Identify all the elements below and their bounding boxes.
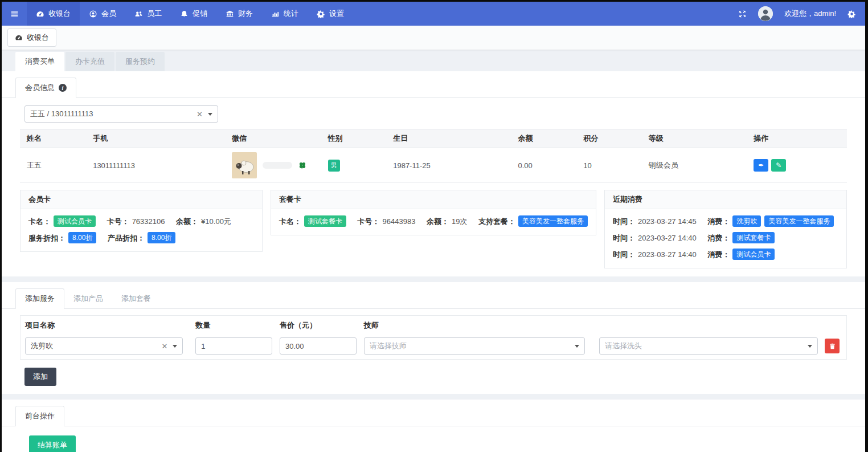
item-select[interactable]: 洗剪吹 ✕ xyxy=(25,337,183,355)
tachometer-icon xyxy=(36,10,44,18)
col-name: 姓名 xyxy=(20,129,86,148)
chevron-down-icon xyxy=(808,345,812,348)
service-form: 项目名称 数量 售价（元） 技师 洗剪吹 ✕ 请选择 xyxy=(20,315,847,360)
tab-add-package[interactable]: 添加套餐 xyxy=(112,289,160,308)
gear-icon[interactable] xyxy=(847,10,856,18)
package-balance: 19次 xyxy=(452,217,467,226)
edit-card-button[interactable]: ✎ xyxy=(771,159,786,172)
cell-level: 铜级会员 xyxy=(642,148,747,183)
nav-item-members[interactable]: 会员 xyxy=(80,2,125,26)
consume-badge: 测试套餐卡 xyxy=(732,232,775,243)
col-birthday: 生日 xyxy=(386,129,511,148)
hamburger-icon xyxy=(10,9,19,19)
sidebar-toggle-button[interactable] xyxy=(2,2,27,26)
nav-item-staff[interactable]: 员工 xyxy=(125,2,171,26)
wash-placeholder: 请选择洗头 xyxy=(605,341,808,351)
nav-item-label: 员工 xyxy=(147,9,162,19)
nav-item-statistics[interactable]: 统计 xyxy=(262,2,308,26)
wechat-avatar xyxy=(232,152,257,178)
pencil-icon: ✎ xyxy=(776,161,781,169)
settle-bill-button[interactable]: 结算账单 xyxy=(29,435,76,452)
nav-item-label: 财务 xyxy=(238,9,253,19)
info-icon: i xyxy=(59,84,67,92)
tab-member-info[interactable]: 会员信息 i xyxy=(15,78,76,98)
nav-item-cashier[interactable]: 收银台 xyxy=(27,2,80,26)
recent-row: 时间：2023-03-27 14:40 消费：测试会员卡 xyxy=(613,246,838,263)
tab-add-product[interactable]: 添加产品 xyxy=(64,289,112,308)
nav-item-label: 收银台 xyxy=(48,9,71,19)
add-button[interactable]: 添加 xyxy=(24,368,56,386)
quantity-input[interactable] xyxy=(195,337,272,355)
recent-title: 近期消费 xyxy=(605,190,846,209)
nav-item-promotion[interactable]: 促销 xyxy=(171,2,216,26)
header-price: 售价（元） xyxy=(280,320,357,331)
recent-time: 2023-03-27 14:40 xyxy=(638,250,697,259)
clear-icon[interactable]: ✕ xyxy=(196,110,203,119)
nav-item-label: 统计 xyxy=(284,9,298,19)
trash-icon xyxy=(829,343,836,350)
nav-item-settings[interactable]: 设置 xyxy=(308,2,353,26)
nav-item-finance[interactable]: 财务 xyxy=(216,2,262,26)
tab-service-booking[interactable]: 服务预约 xyxy=(116,52,165,71)
member-select-value: 王五 / 13011111113 xyxy=(30,109,196,119)
service-form-row: 洗剪吹 ✕ 请选择技师 请选择洗头 xyxy=(21,333,846,359)
card-balance: ¥10.00元 xyxy=(201,217,231,226)
bell-icon xyxy=(180,10,189,18)
package-name-badge: 测试套餐卡 xyxy=(304,215,346,227)
item-select-value: 洗剪吹 xyxy=(31,341,161,351)
col-gender: 性别 xyxy=(321,129,387,148)
technician-select[interactable]: 请选择技师 xyxy=(364,337,585,355)
col-level: 等级 xyxy=(642,129,747,148)
cell-points: 10 xyxy=(576,148,642,183)
main-tabs: 消费买单 办卡充值 服务预约 xyxy=(2,50,865,71)
member-card-title: 会员卡 xyxy=(21,190,262,209)
tab-front-ops[interactable]: 前台操作 xyxy=(15,406,64,426)
tab-card-recharge[interactable]: 办卡充值 xyxy=(65,52,114,71)
bank-icon xyxy=(226,10,234,18)
nav-item-label: 促销 xyxy=(193,9,207,19)
users-icon xyxy=(134,10,143,18)
header-quantity: 数量 xyxy=(195,320,272,331)
header-technician: 技师 xyxy=(364,320,585,331)
gender-badge: 男 xyxy=(328,160,340,172)
edit-member-button[interactable]: ✒ xyxy=(754,159,768,172)
nav-item-label: 设置 xyxy=(329,9,344,19)
bar-chart-icon xyxy=(271,10,280,18)
package-support-badge: 美容美发一整套服务 xyxy=(518,215,588,227)
recent-row: 时间：2023-03-27 14:45 消费：洗剪吹美容美发一整套服务 xyxy=(613,213,838,230)
package-number: 96443983 xyxy=(383,217,416,226)
top-navbar: 收银台 会员 员工 促销 财务 统计 设置 欢迎您，admin! xyxy=(2,2,865,26)
delete-row-button[interactable] xyxy=(825,339,840,353)
breadcrumb[interactable]: 收银台 xyxy=(7,28,56,47)
consume-badge: 美容美发一整套服务 xyxy=(764,215,834,227)
add-items-panel: 添加服务 添加产品 添加套餐 项目名称 数量 售价（元） 技师 洗剪吹 ✕ xyxy=(2,282,865,394)
package-card-title: 套餐卡 xyxy=(271,190,596,209)
recent-consumption-card: 近期消费 时间：2023-03-27 14:45 消费：洗剪吹美容美发一整套服务… xyxy=(604,190,847,268)
chevron-down-icon xyxy=(208,113,212,116)
tab-consume-pay[interactable]: 消费买单 xyxy=(15,52,64,71)
pen-nib-icon: ✒ xyxy=(758,161,764,169)
cell-name: 王五 xyxy=(20,148,86,183)
tab-add-service[interactable]: 添加服务 xyxy=(15,288,64,309)
member-select[interactable]: 王五 / 13011111113 ✕ xyxy=(24,105,218,123)
consume-badge: 测试会员卡 xyxy=(732,249,775,260)
clear-icon[interactable]: ✕ xyxy=(161,342,167,351)
price-input[interactable] xyxy=(280,337,357,355)
member-card: 会员卡 卡名：测试会员卡 卡号：76332106 余额：¥10.00元 服务折扣… xyxy=(20,190,263,252)
clover-icon xyxy=(298,161,307,170)
col-points: 积分 xyxy=(576,129,642,148)
breadcrumb-label: 收银台 xyxy=(27,32,49,43)
cell-birthday: 1987-11-25 xyxy=(386,148,511,183)
card-number: 76332106 xyxy=(132,217,165,226)
front-ops-tabs: 前台操作 xyxy=(2,400,865,426)
wash-select[interactable]: 请选择洗头 xyxy=(599,337,818,355)
welcome-text: 欢迎您，admin! xyxy=(784,9,836,19)
table-header-row: 姓名 手机 微信 性别 生日 余额 积分 等级 操作 xyxy=(20,129,847,148)
fullscreen-icon[interactable] xyxy=(738,10,747,18)
header-item-name: 项目名称 xyxy=(25,320,183,331)
cell-phone: 13011111113 xyxy=(86,148,225,183)
product-discount-badge: 8.00折 xyxy=(148,232,175,243)
avatar[interactable] xyxy=(758,6,773,21)
member-table: 姓名 手机 微信 性别 生日 余额 积分 等级 操作 王五 1301111111… xyxy=(20,129,847,183)
front-ops-panel: 前台操作 结算账单 xyxy=(2,400,865,452)
